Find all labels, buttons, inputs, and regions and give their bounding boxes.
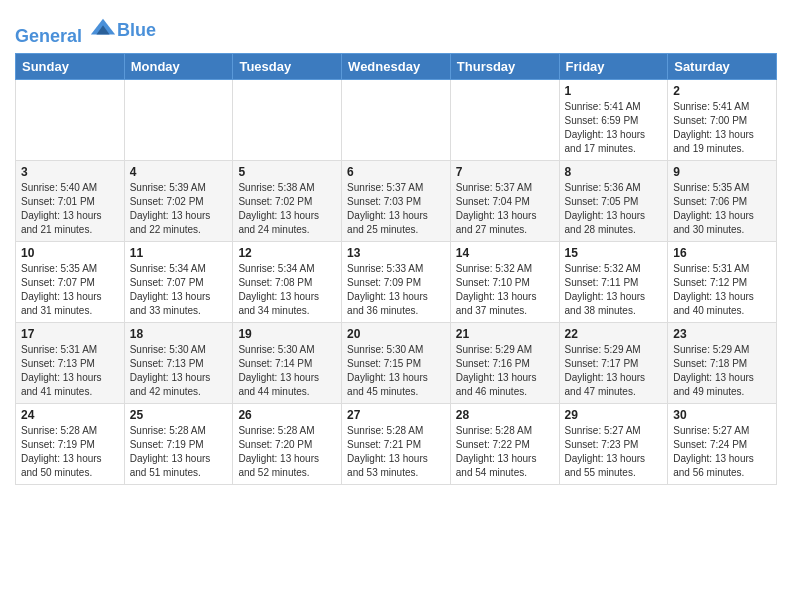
day-cell: 6Sunrise: 5:37 AMSunset: 7:03 PMDaylight… xyxy=(342,160,451,241)
day-cell: 23Sunrise: 5:29 AMSunset: 7:18 PMDayligh… xyxy=(668,322,777,403)
day-cell: 4Sunrise: 5:39 AMSunset: 7:02 PMDaylight… xyxy=(124,160,233,241)
day-number: 2 xyxy=(673,84,771,98)
day-number: 23 xyxy=(673,327,771,341)
day-number: 12 xyxy=(238,246,336,260)
logo-icon xyxy=(89,14,117,42)
day-cell: 7Sunrise: 5:37 AMSunset: 7:04 PMDaylight… xyxy=(450,160,559,241)
day-info: Sunrise: 5:28 AMSunset: 7:22 PMDaylight:… xyxy=(456,424,554,480)
col-header-saturday: Saturday xyxy=(668,53,777,79)
week-row-1: 1Sunrise: 5:41 AMSunset: 6:59 PMDaylight… xyxy=(16,79,777,160)
day-info: Sunrise: 5:28 AMSunset: 7:19 PMDaylight:… xyxy=(130,424,228,480)
day-cell: 26Sunrise: 5:28 AMSunset: 7:20 PMDayligh… xyxy=(233,403,342,484)
week-row-4: 17Sunrise: 5:31 AMSunset: 7:13 PMDayligh… xyxy=(16,322,777,403)
week-row-5: 24Sunrise: 5:28 AMSunset: 7:19 PMDayligh… xyxy=(16,403,777,484)
day-cell xyxy=(16,79,125,160)
day-cell: 27Sunrise: 5:28 AMSunset: 7:21 PMDayligh… xyxy=(342,403,451,484)
day-cell: 17Sunrise: 5:31 AMSunset: 7:13 PMDayligh… xyxy=(16,322,125,403)
day-info: Sunrise: 5:27 AMSunset: 7:23 PMDaylight:… xyxy=(565,424,663,480)
day-info: Sunrise: 5:40 AMSunset: 7:01 PMDaylight:… xyxy=(21,181,119,237)
day-number: 7 xyxy=(456,165,554,179)
day-number: 10 xyxy=(21,246,119,260)
day-cell: 11Sunrise: 5:34 AMSunset: 7:07 PMDayligh… xyxy=(124,241,233,322)
calendar-header-row: SundayMondayTuesdayWednesdayThursdayFrid… xyxy=(16,53,777,79)
day-cell: 3Sunrise: 5:40 AMSunset: 7:01 PMDaylight… xyxy=(16,160,125,241)
day-cell: 8Sunrise: 5:36 AMSunset: 7:05 PMDaylight… xyxy=(559,160,668,241)
day-number: 16 xyxy=(673,246,771,260)
day-number: 9 xyxy=(673,165,771,179)
day-number: 22 xyxy=(565,327,663,341)
day-number: 28 xyxy=(456,408,554,422)
day-number: 17 xyxy=(21,327,119,341)
day-info: Sunrise: 5:38 AMSunset: 7:02 PMDaylight:… xyxy=(238,181,336,237)
day-number: 25 xyxy=(130,408,228,422)
day-info: Sunrise: 5:28 AMSunset: 7:21 PMDaylight:… xyxy=(347,424,445,480)
day-info: Sunrise: 5:34 AMSunset: 7:07 PMDaylight:… xyxy=(130,262,228,318)
day-info: Sunrise: 5:33 AMSunset: 7:09 PMDaylight:… xyxy=(347,262,445,318)
day-info: Sunrise: 5:30 AMSunset: 7:15 PMDaylight:… xyxy=(347,343,445,399)
day-number: 6 xyxy=(347,165,445,179)
day-info: Sunrise: 5:34 AMSunset: 7:08 PMDaylight:… xyxy=(238,262,336,318)
day-cell: 25Sunrise: 5:28 AMSunset: 7:19 PMDayligh… xyxy=(124,403,233,484)
col-header-wednesday: Wednesday xyxy=(342,53,451,79)
day-info: Sunrise: 5:28 AMSunset: 7:20 PMDaylight:… xyxy=(238,424,336,480)
day-number: 19 xyxy=(238,327,336,341)
day-cell: 18Sunrise: 5:30 AMSunset: 7:13 PMDayligh… xyxy=(124,322,233,403)
day-info: Sunrise: 5:32 AMSunset: 7:10 PMDaylight:… xyxy=(456,262,554,318)
col-header-friday: Friday xyxy=(559,53,668,79)
day-info: Sunrise: 5:31 AMSunset: 7:12 PMDaylight:… xyxy=(673,262,771,318)
day-cell: 20Sunrise: 5:30 AMSunset: 7:15 PMDayligh… xyxy=(342,322,451,403)
day-cell: 21Sunrise: 5:29 AMSunset: 7:16 PMDayligh… xyxy=(450,322,559,403)
day-cell: 19Sunrise: 5:30 AMSunset: 7:14 PMDayligh… xyxy=(233,322,342,403)
day-info: Sunrise: 5:29 AMSunset: 7:16 PMDaylight:… xyxy=(456,343,554,399)
day-number: 5 xyxy=(238,165,336,179)
day-number: 29 xyxy=(565,408,663,422)
day-cell: 10Sunrise: 5:35 AMSunset: 7:07 PMDayligh… xyxy=(16,241,125,322)
col-header-tuesday: Tuesday xyxy=(233,53,342,79)
day-number: 14 xyxy=(456,246,554,260)
day-cell xyxy=(124,79,233,160)
week-row-3: 10Sunrise: 5:35 AMSunset: 7:07 PMDayligh… xyxy=(16,241,777,322)
day-info: Sunrise: 5:41 AMSunset: 7:00 PMDaylight:… xyxy=(673,100,771,156)
day-info: Sunrise: 5:31 AMSunset: 7:13 PMDaylight:… xyxy=(21,343,119,399)
calendar: SundayMondayTuesdayWednesdayThursdayFrid… xyxy=(15,53,777,485)
day-number: 20 xyxy=(347,327,445,341)
day-info: Sunrise: 5:30 AMSunset: 7:13 PMDaylight:… xyxy=(130,343,228,399)
day-number: 26 xyxy=(238,408,336,422)
day-cell: 14Sunrise: 5:32 AMSunset: 7:10 PMDayligh… xyxy=(450,241,559,322)
day-cell xyxy=(450,79,559,160)
logo-text: General xyxy=(15,14,117,47)
day-info: Sunrise: 5:35 AMSunset: 7:07 PMDaylight:… xyxy=(21,262,119,318)
day-cell: 1Sunrise: 5:41 AMSunset: 6:59 PMDaylight… xyxy=(559,79,668,160)
col-header-monday: Monday xyxy=(124,53,233,79)
day-number: 1 xyxy=(565,84,663,98)
day-cell: 22Sunrise: 5:29 AMSunset: 7:17 PMDayligh… xyxy=(559,322,668,403)
day-number: 4 xyxy=(130,165,228,179)
day-info: Sunrise: 5:27 AMSunset: 7:24 PMDaylight:… xyxy=(673,424,771,480)
day-cell: 30Sunrise: 5:27 AMSunset: 7:24 PMDayligh… xyxy=(668,403,777,484)
day-number: 30 xyxy=(673,408,771,422)
col-header-thursday: Thursday xyxy=(450,53,559,79)
day-cell: 15Sunrise: 5:32 AMSunset: 7:11 PMDayligh… xyxy=(559,241,668,322)
day-cell: 28Sunrise: 5:28 AMSunset: 7:22 PMDayligh… xyxy=(450,403,559,484)
day-info: Sunrise: 5:32 AMSunset: 7:11 PMDaylight:… xyxy=(565,262,663,318)
day-cell: 12Sunrise: 5:34 AMSunset: 7:08 PMDayligh… xyxy=(233,241,342,322)
day-number: 27 xyxy=(347,408,445,422)
day-number: 11 xyxy=(130,246,228,260)
day-number: 21 xyxy=(456,327,554,341)
day-cell: 16Sunrise: 5:31 AMSunset: 7:12 PMDayligh… xyxy=(668,241,777,322)
day-info: Sunrise: 5:37 AMSunset: 7:04 PMDaylight:… xyxy=(456,181,554,237)
day-info: Sunrise: 5:41 AMSunset: 6:59 PMDaylight:… xyxy=(565,100,663,156)
day-cell: 5Sunrise: 5:38 AMSunset: 7:02 PMDaylight… xyxy=(233,160,342,241)
day-cell xyxy=(342,79,451,160)
day-info: Sunrise: 5:36 AMSunset: 7:05 PMDaylight:… xyxy=(565,181,663,237)
day-number: 24 xyxy=(21,408,119,422)
day-info: Sunrise: 5:28 AMSunset: 7:19 PMDaylight:… xyxy=(21,424,119,480)
day-cell: 29Sunrise: 5:27 AMSunset: 7:23 PMDayligh… xyxy=(559,403,668,484)
day-info: Sunrise: 5:29 AMSunset: 7:18 PMDaylight:… xyxy=(673,343,771,399)
day-info: Sunrise: 5:37 AMSunset: 7:03 PMDaylight:… xyxy=(347,181,445,237)
day-number: 18 xyxy=(130,327,228,341)
day-number: 13 xyxy=(347,246,445,260)
day-cell: 9Sunrise: 5:35 AMSunset: 7:06 PMDaylight… xyxy=(668,160,777,241)
col-header-sunday: Sunday xyxy=(16,53,125,79)
day-info: Sunrise: 5:35 AMSunset: 7:06 PMDaylight:… xyxy=(673,181,771,237)
